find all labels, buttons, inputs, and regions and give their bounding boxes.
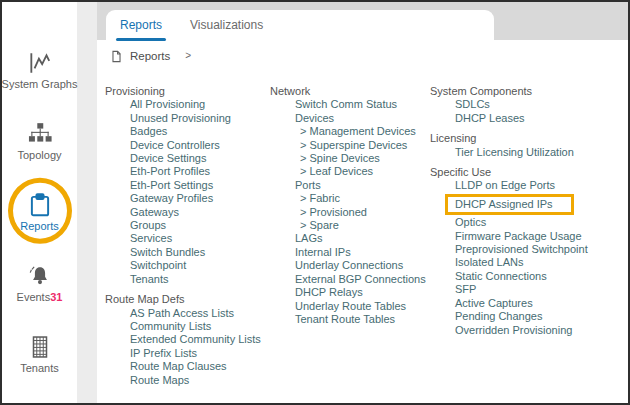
- link-internal-ips[interactable]: Internal IPs: [270, 246, 430, 259]
- sidebar-item-label: System Graphs: [2, 78, 78, 90]
- report-columns: ProvisioningAll ProvisioningUnused Provi…: [105, 85, 628, 394]
- link-ip-prefix-lists[interactable]: IP Prefix Lists: [105, 347, 270, 360]
- chevron-right-icon: >: [185, 50, 191, 61]
- sidebar-item-events[interactable]: Events31: [2, 263, 77, 303]
- sidebar-item-label: Events31: [17, 291, 63, 303]
- link-services[interactable]: Services: [105, 232, 270, 245]
- link-eth-port-settings[interactable]: Eth-Port Settings: [105, 179, 270, 192]
- link-device-controllers[interactable]: Device Controllers: [105, 139, 270, 152]
- link-route-map-clauses[interactable]: Route Map Clauses: [105, 360, 270, 373]
- link-tenants[interactable]: Tenants: [105, 273, 270, 286]
- link-sdlcs[interactable]: SDLCs: [430, 98, 628, 111]
- tab-bar: ReportsVisualizations: [106, 10, 494, 40]
- report-section-system-components: System ComponentsSDLCsDHCP Leases: [430, 85, 628, 125]
- link-route-maps[interactable]: Route Maps: [105, 374, 270, 387]
- link-extended-community-lists[interactable]: Extended Community Lists: [105, 333, 270, 346]
- events-badge: 31: [50, 291, 62, 303]
- link-switch-comm-status[interactable]: Switch Comm Status: [270, 98, 430, 111]
- sidebar: System GraphsTopologyReportsEvents31Tena…: [2, 2, 77, 403]
- topology-icon: [27, 121, 53, 147]
- section-title: Provisioning: [105, 85, 270, 98]
- tab-visualizations[interactable]: Visualizations: [190, 10, 263, 40]
- link-tenant-route-tables[interactable]: Tenant Route Tables: [270, 313, 430, 326]
- link-sfp[interactable]: SFP: [430, 283, 628, 296]
- sidebar-item-system-graphs[interactable]: System Graphs: [2, 50, 78, 90]
- link-ports[interactable]: Ports: [270, 179, 430, 192]
- link-badges[interactable]: Badges: [105, 125, 270, 138]
- link-community-lists[interactable]: Community Lists: [105, 320, 270, 333]
- section-title: Specific Use: [430, 166, 628, 179]
- report-section-licensing: LicensingTier Licensing Utilization: [430, 132, 628, 159]
- sidebar-item-topology[interactable]: Topology: [2, 121, 77, 161]
- sidebar-item-reports[interactable]: Reports: [2, 192, 77, 232]
- main-panel: ReportsVisualizations Reports > Provisio…: [97, 2, 628, 403]
- link-unused-provisioning[interactable]: Unused Provisioning: [105, 112, 270, 125]
- section-title: Licensing: [430, 132, 628, 145]
- link-device-settings[interactable]: Device Settings: [105, 152, 270, 165]
- link-superspine-devices[interactable]: > Superspine Devices: [270, 139, 430, 152]
- link-as-path-access-lists[interactable]: AS Path Access Lists: [105, 307, 270, 320]
- link-pending-changes[interactable]: Pending Changes: [430, 310, 628, 323]
- link-gateway-profiles[interactable]: Gateway Profiles: [105, 192, 270, 205]
- link-optics[interactable]: Optics: [430, 216, 628, 229]
- sidebar-item-tenants[interactable]: Tenants: [2, 334, 77, 374]
- link-lldp-on-edge-ports[interactable]: LLDP on Edge Ports: [430, 179, 628, 192]
- link-spare[interactable]: > Spare: [270, 219, 430, 232]
- report-section-specific-use: Specific UseLLDP on Edge PortsDHCP Assig…: [430, 166, 628, 337]
- app-window: System GraphsTopologyReportsEvents31Tena…: [0, 0, 630, 405]
- annotation-highlight-box: DHCP Assigned IPs: [445, 194, 574, 215]
- link-eth-port-profiles[interactable]: Eth-Port Profiles: [105, 165, 270, 178]
- building-icon: [27, 334, 53, 360]
- link-all-provisioning[interactable]: All Provisioning: [105, 98, 270, 111]
- clipboard-icon: [27, 192, 53, 218]
- report-column: ProvisioningAll ProvisioningUnused Provi…: [105, 85, 270, 394]
- link-management-devices[interactable]: > Management Devices: [270, 125, 430, 138]
- link-dhcp-assigned-ips[interactable]: DHCP Assigned IPs: [430, 193, 628, 216]
- report-page-icon: [110, 49, 123, 62]
- link-leaf-devices[interactable]: > Leaf Devices: [270, 165, 430, 178]
- sidebar-item-label: Reports: [20, 220, 59, 232]
- link-external-bgp-connections[interactable]: External BGP Connections: [270, 273, 430, 286]
- top-bar: ReportsVisualizations: [97, 2, 628, 40]
- link-spine-devices[interactable]: > Spine Devices: [270, 152, 430, 165]
- sidebar-divider-strip: [77, 2, 97, 403]
- report-column: System ComponentsSDLCsDHCP LeasesLicensi…: [430, 85, 628, 394]
- link-groups[interactable]: Groups: [105, 219, 270, 232]
- content-area: Reports > ProvisioningAll ProvisioningUn…: [97, 40, 628, 403]
- link-lags[interactable]: LAGs: [270, 232, 430, 245]
- link-provisioned[interactable]: > Provisioned: [270, 206, 430, 219]
- link-underlay-connections[interactable]: Underlay Connections: [270, 259, 430, 272]
- link-active-captures[interactable]: Active Captures: [430, 297, 628, 310]
- link-preprovisioned-switchpoint[interactable]: Preprovisioned Switchpoint: [430, 243, 628, 256]
- tab-reports[interactable]: Reports: [120, 10, 162, 40]
- report-section-route-map-defs: Route Map DefsAS Path Access ListsCommun…: [105, 293, 270, 387]
- link-isolated-lans[interactable]: Isolated LANs: [430, 256, 628, 269]
- link-underlay-route-tables[interactable]: Underlay Route Tables: [270, 300, 430, 313]
- report-section-network: NetworkSwitch Comm StatusDevices> Manage…: [270, 85, 430, 326]
- link-overridden-provisioning[interactable]: Overridden Provisioning: [430, 324, 628, 337]
- section-title: System Components: [430, 85, 628, 98]
- link-switch-bundles[interactable]: Switch Bundles: [105, 246, 270, 259]
- sidebar-item-label: Tenants: [20, 362, 59, 374]
- link-firmware-package-usage[interactable]: Firmware Package Usage: [430, 230, 628, 243]
- link-switchpoint[interactable]: Switchpoint: [105, 259, 270, 272]
- section-title: Route Map Defs: [105, 293, 270, 306]
- link-static-connections[interactable]: Static Connections: [430, 270, 628, 283]
- link-dhcp-relays[interactable]: DHCP Relays: [270, 286, 430, 299]
- report-column: NetworkSwitch Comm StatusDevices> Manage…: [270, 85, 430, 394]
- link-fabric[interactable]: > Fabric: [270, 192, 430, 205]
- line-chart-icon: [27, 50, 53, 76]
- link-gateways[interactable]: Gateways: [105, 206, 270, 219]
- breadcrumb: Reports >: [105, 49, 628, 62]
- breadcrumb-reports[interactable]: Reports: [130, 50, 170, 62]
- link-tier-licensing-utilization[interactable]: Tier Licensing Utilization: [430, 146, 628, 159]
- section-title: Network: [270, 85, 430, 98]
- sidebar-item-label: Topology: [17, 149, 61, 161]
- link-devices[interactable]: Devices: [270, 112, 430, 125]
- bell-icon: [27, 263, 53, 289]
- link-dhcp-leases[interactable]: DHCP Leases: [430, 112, 628, 125]
- report-section-provisioning: ProvisioningAll ProvisioningUnused Provi…: [105, 85, 270, 286]
